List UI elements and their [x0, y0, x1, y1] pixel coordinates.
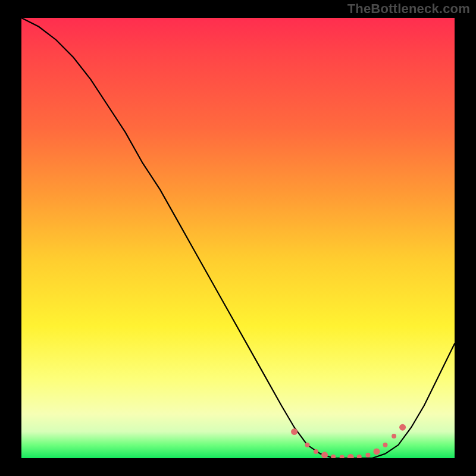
sweet-spot-point	[347, 454, 354, 458]
sweet-spot-point	[399, 424, 406, 431]
sweet-spot-point	[321, 452, 328, 458]
sweet-spot-point	[340, 455, 345, 459]
sweet-spot-point	[291, 428, 298, 435]
chart-frame: TheBottleneck.com	[0, 0, 476, 476]
bottleneck-curve	[21, 18, 455, 458]
sweet-spot-point	[374, 448, 380, 455]
sweet-spot-point	[383, 443, 388, 447]
sweet-spot-point	[305, 443, 310, 447]
watermark-text: TheBottleneck.com	[347, 1, 470, 17]
sweet-spot-point	[331, 455, 336, 458]
sweet-spot-point	[392, 434, 396, 439]
sweet-spot-point	[365, 453, 370, 458]
sweet-spot-markers	[291, 424, 406, 458]
chart-overlay	[21, 18, 455, 458]
sweet-spot-point	[357, 455, 362, 458]
sweet-spot-point	[314, 449, 318, 454]
